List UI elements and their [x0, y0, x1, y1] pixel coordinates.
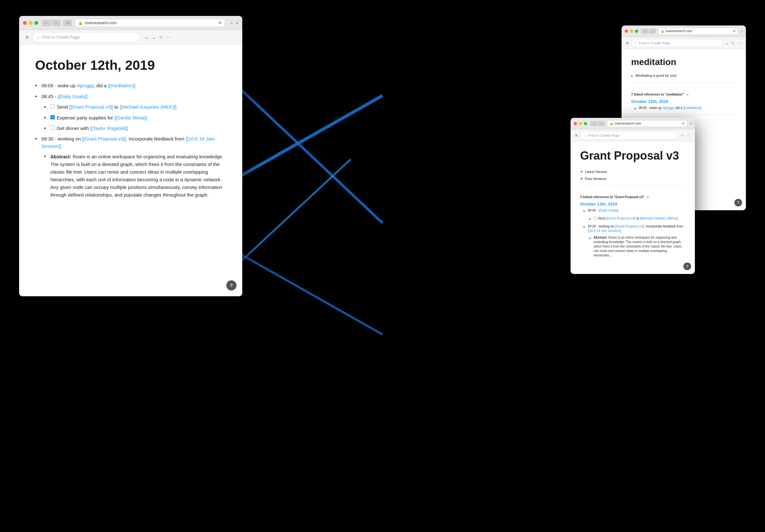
reload-icon[interactable]: ↺ [682, 122, 684, 125]
grant-browser-window: ‹ › 🔒 roamresearch.com ↺ » ≡ ⌕ Find or C… [570, 118, 695, 274]
more-options-icon[interactable]: ··· [166, 35, 171, 40]
back-button[interactable]: ‹ [42, 20, 51, 26]
checkbox-dinner[interactable] [50, 126, 55, 130]
checkbox-grant-ref[interactable] [593, 217, 597, 220]
list-item: • 09:30 - working on [[Grant Proposal v3… [583, 224, 685, 233]
linked-ref-date[interactable]: October 12th, 2019 [631, 99, 736, 104]
filter-refs-icon-grant[interactable]: ▼ [646, 195, 650, 199]
list-item: ★ Latest Version [580, 169, 685, 174]
lock-icon: 🔒 [78, 21, 83, 25]
more-options-icon[interactable]: ··· [737, 41, 741, 45]
maximize-button[interactable] [34, 21, 38, 25]
hashtag-groggy-ref[interactable]: #groggy [662, 106, 673, 110]
link-mek-ref[interactable]: [[Michael Karpeles (MEK)]] [640, 217, 678, 220]
maximize-button[interactable] [635, 30, 638, 33]
grant-linked-references: 3 linked references to "Grant Proposal v… [580, 192, 685, 258]
reload-icon[interactable]: ↺ [218, 21, 222, 25]
checkbox-send[interactable] [50, 104, 55, 109]
url-bar[interactable]: 🔒 roamresearch.com ↺ [75, 19, 225, 27]
bullet-dot: • [634, 106, 639, 112]
star-icon[interactable]: ☆ [159, 34, 163, 40]
menu-icon[interactable]: ≡ [26, 34, 28, 40]
bullet-text: Get dinner with [[Taylor Rogalski]] [57, 125, 128, 132]
help-button[interactable]: ? [226, 280, 237, 291]
filter-icon[interactable]: ⌄ [144, 34, 149, 40]
nav-buttons: ‹ › [42, 20, 61, 26]
menu-icon[interactable]: ≡ [626, 41, 629, 46]
grant-page-content: Grant Proposal v3 ★ Latest Version ★ Pas… [570, 141, 695, 274]
extend-tabs-button[interactable]: » [741, 29, 743, 33]
bullet-dot: • [589, 235, 593, 241]
link-daily-goals[interactable]: [[Daily Goals]] [58, 94, 87, 99]
lock-icon: 🔒 [610, 122, 613, 125]
minimize-button[interactable] [630, 30, 633, 33]
link-jam-ref[interactable]: [[10.6.19 Jam Session]] [588, 229, 621, 233]
toolbar-main: ≡ ⌕ Find or Create Page ⌄ ⌄ ☆ ··· [19, 30, 242, 45]
forward-button[interactable]: › [598, 121, 605, 126]
link-meditation-ref[interactable]: [[meditation]] [683, 106, 701, 110]
list-item: • Abstract: Roam is an online workspace … [589, 235, 685, 258]
help-button-grant[interactable]: ? [683, 262, 691, 270]
forward-button[interactable]: › [649, 29, 656, 34]
sidebar-toggle-button[interactable]: ⊡ [63, 20, 72, 26]
back-button[interactable]: ‹ [641, 29, 648, 34]
divider [631, 83, 736, 83]
close-button[interactable] [23, 21, 27, 25]
filter-refs-icon[interactable]: ▼ [686, 93, 689, 97]
more-options-icon[interactable]: ··· [686, 133, 690, 137]
close-button[interactable] [574, 122, 577, 125]
link-grant-ref2[interactable]: [[Grant Proposal v3]] [615, 225, 644, 228]
new-tab-button[interactable]: + [236, 20, 239, 26]
help-button-med[interactable]: ? [734, 199, 742, 206]
minimize-button[interactable] [579, 122, 582, 125]
link-taylor[interactable]: [[Taylor Rogalski]] [90, 126, 128, 131]
traffic-lights-grant [574, 122, 587, 125]
search-placeholder: Find or Create Page [588, 133, 619, 137]
link-meditation[interactable]: [[meditation]] [108, 83, 136, 88]
star-icon[interactable]: ☆ [731, 41, 735, 45]
hashtag-groggy[interactable]: #groggy [77, 83, 94, 88]
bullet-dot: • [589, 216, 593, 222]
menu-icon[interactable]: ≡ [575, 133, 577, 138]
list-item: • 08:05 - woke up #groggy, did a [[medit… [634, 106, 736, 112]
extend-tabs-button[interactable]: » [690, 122, 692, 125]
grant-abstract-nested: • Abstract: Roam is an online workspace … [589, 235, 685, 258]
abstract-text: Abstract: Roam is an online workspace fo… [50, 153, 226, 199]
list-item: • 08:45 - [[Daily Goals]] [35, 93, 226, 100]
bullet-star-icon-2: ★ [580, 176, 583, 181]
grant-linked-ref-date[interactable]: October 12th, 2019 [580, 202, 685, 206]
url-bar-grant[interactable]: 🔒 roamresearch.com ↺ [607, 120, 687, 127]
close-button[interactable] [625, 30, 628, 33]
minimize-button[interactable] [29, 21, 33, 25]
link-grant-proposal[interactable]: [[Grant Proposal v3]] [69, 104, 113, 110]
meditation-page-title: meditation [631, 57, 736, 68]
link-grant-v3[interactable]: [[Grant Proposal v3]] [82, 136, 126, 141]
search-placeholder: Find or Create Page [42, 35, 79, 40]
link-gentle-mesa[interactable]: [[Gentle Mesa]] [114, 115, 147, 121]
url-bar-med[interactable]: 🔒 roamresearch.com ↺ [658, 28, 738, 35]
filter-icon[interactable]: ⌄ [725, 41, 729, 45]
back-button[interactable]: ‹ [590, 121, 597, 126]
filter-outline-icon[interactable]: ⌄ [152, 34, 156, 40]
ref-text-grant-2: Send [[Grant Proposal v3]] to [[Michael … [598, 216, 678, 221]
link-jam-session[interactable]: [[10.6.19 Jam Session]] [41, 136, 215, 149]
nested-list: • Send [[Grant Proposal v3]] to [[Michae… [44, 104, 226, 132]
checkbox-expense[interactable]: ✓ [50, 115, 55, 120]
list-item: • Meditating is good for you! [631, 73, 736, 79]
bullet-dot: • [35, 135, 41, 143]
traffic-lights-med [625, 30, 638, 33]
search-bar-med[interactable]: ⌕ Find or Create Page [631, 39, 723, 47]
maximize-button[interactable] [584, 122, 587, 125]
star-icon[interactable]: ☆ [680, 133, 684, 137]
search-bar-grant[interactable]: ⌕ Find or Create Page [580, 131, 678, 139]
extend-tabs-button[interactable]: » [230, 20, 234, 26]
traffic-lights-main [23, 21, 38, 25]
reload-icon[interactable]: ↺ [733, 29, 735, 33]
link-daily-goals-ref[interactable]: [[Daily Goals]] [599, 209, 618, 212]
bullet-dot: • [44, 104, 50, 111]
link-grant-ref[interactable]: [[Grant Proposal v3]] [606, 217, 636, 220]
search-bar-main[interactable]: ⌕ Find or Create Page [32, 32, 141, 42]
forward-button[interactable]: › [52, 20, 61, 26]
list-item: • 08:05 - woke up #groggy, did a [[medit… [35, 82, 226, 90]
link-mek[interactable]: [[Michael Karpeles (MEK)]] [120, 104, 177, 110]
